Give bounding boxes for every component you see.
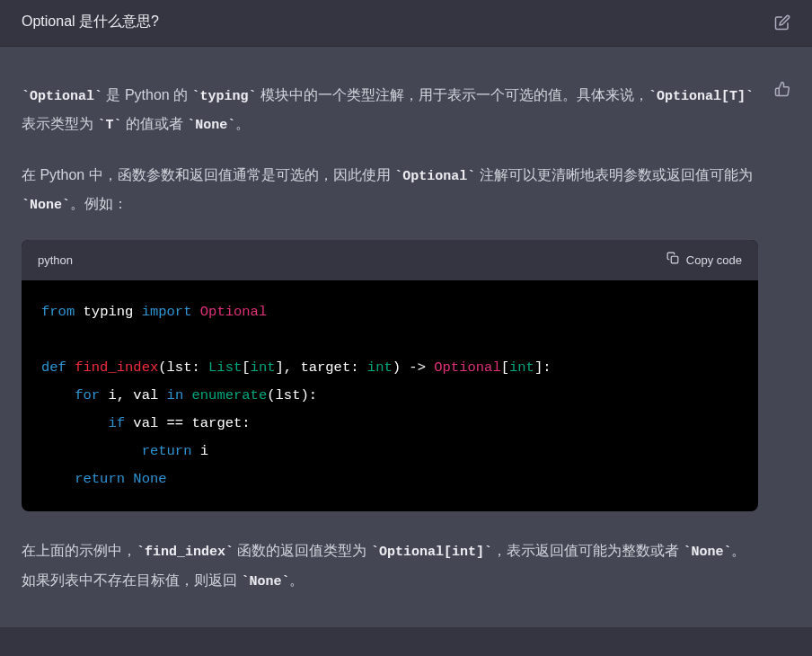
inline-code: `None` — [187, 118, 235, 133]
thumbs-up-icon[interactable] — [774, 81, 790, 97]
inline-code: `find_index` — [137, 545, 234, 560]
inline-code: `typing` — [192, 89, 257, 104]
code-language-label: python — [38, 249, 73, 271]
code-block: python Copy code from typing import Opti… — [22, 240, 758, 511]
paragraph-2: 在 Python 中，函数参数和返回值通常是可选的，因此使用 `Optional… — [22, 161, 758, 219]
inline-code: `Optional[int]` — [371, 545, 492, 560]
user-question: Optional 是什么意思? — [22, 13, 159, 31]
svg-rect-0 — [671, 256, 678, 263]
inline-code: `None` — [22, 198, 70, 213]
code-block-header: python Copy code — [22, 240, 758, 280]
copy-code-label: Copy code — [686, 249, 742, 271]
copy-code-button[interactable]: Copy code — [666, 249, 742, 271]
inline-code: `None` — [241, 574, 289, 590]
code-content: from typing import Optional def find_ind… — [22, 280, 758, 511]
inline-code: `T` — [97, 118, 121, 133]
paragraph-3: 在上面的示例中，`find_index` 函数的返回值类型为 `Optional… — [22, 536, 758, 595]
inline-code: `Optional[T]` — [649, 89, 754, 104]
clipboard-icon — [666, 249, 679, 271]
assistant-content: `Optional` 是 Python 的 `typing` 模块中的一个类型注… — [22, 81, 758, 595]
paragraph-1: `Optional` 是 Python 的 `typing` 模块中的一个类型注… — [22, 81, 758, 139]
assistant-message: `Optional` 是 Python 的 `typing` 模块中的一个类型注… — [0, 47, 812, 627]
inline-code: `Optional` — [394, 169, 475, 184]
edit-icon[interactable] — [774, 14, 790, 31]
user-message-row: Optional 是什么意思? — [0, 0, 812, 47]
inline-code: `None` — [683, 545, 731, 560]
inline-code: `Optional` — [22, 89, 102, 104]
